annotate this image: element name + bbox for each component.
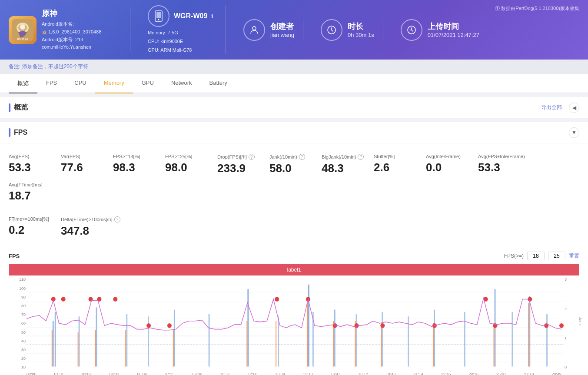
svg-rect-42 [546, 314, 548, 366]
duration-label: 时长 [348, 21, 374, 32]
svg-point-62 [146, 323, 151, 328]
svg-text:miHoYo: miHoYo [17, 37, 28, 40]
fps-chart-svg-wrapper [27, 275, 564, 371]
app-name: 原神 [42, 8, 101, 19]
svg-rect-48 [246, 321, 247, 367]
export-all-button[interactable]: 导出全部 [538, 102, 565, 113]
stat-ftime-100ms: FTime>=100ms[%] 0.2 [9, 213, 61, 241]
svg-rect-27 [174, 310, 175, 367]
upload-time-icon [401, 19, 422, 41]
duration-value: 0h 30m 1s [348, 32, 374, 38]
drop-fps-help-icon[interactable]: ? [249, 154, 255, 160]
svg-rect-50 [307, 303, 308, 367]
creator-section: 创建者 jian wang [235, 19, 303, 41]
device-name: WGR-W09 ℹ [174, 12, 213, 20]
svg-point-63 [167, 323, 172, 328]
fps-chart-svg [27, 275, 564, 371]
upload-time-label: 上传时间 [428, 21, 479, 32]
app-android-version-label: Android版本名: 🤖 1.6.0_2961400_3070488 Andr… [42, 20, 101, 51]
device-info-section: WGR-W09 ℹ Memory: 7.5G CPU: kirin9000E G… [139, 5, 226, 54]
svg-rect-24 [96, 308, 97, 367]
svg-rect-25 [126, 314, 127, 366]
device-icon [148, 5, 169, 27]
svg-rect-54 [433, 323, 434, 367]
tab-fps[interactable]: FPS [37, 74, 66, 93]
fps-stats-row1: Avg(FPS) 53.3 Var(FPS) 77.6 FPS>=18[%] 9… [0, 143, 588, 213]
tab-bar: 概览 FPS CPU Memory GPU Network Battery [0, 74, 588, 93]
stat-var-fps: Var(FPS) 77.6 [61, 150, 113, 179]
svg-point-3 [20, 24, 25, 30]
stat-drop-fps: Drop(FPS)[/h] ? 233.9 [217, 150, 269, 179]
fps-chart-title: FPS [9, 253, 20, 259]
svg-rect-39 [495, 289, 496, 367]
svg-rect-52 [355, 321, 356, 367]
overview-collapse-button[interactable]: ◀ [569, 103, 579, 113]
tab-battery[interactable]: Battery [201, 74, 236, 93]
fps-threshold-input-1[interactable] [527, 252, 545, 260]
svg-rect-6 [156, 12, 161, 18]
delta-ftime-help-icon[interactable]: ? [114, 216, 120, 222]
fps-chart-label-bar: label1 [9, 264, 579, 275]
creator-label: 创建者 [270, 21, 294, 32]
svg-rect-29 [247, 289, 249, 367]
svg-rect-47 [173, 330, 174, 367]
stat-avg-ftime: Avg(FTime)[ms] 18.7 [9, 179, 61, 206]
svg-point-61 [113, 297, 117, 302]
svg-rect-22 [55, 312, 56, 367]
creator-value: jian wang [270, 32, 294, 38]
stat-fps-gte-18: FPS>=18[%] 98.3 [113, 150, 165, 179]
fps-threshold-input-2[interactable] [548, 252, 565, 260]
svg-rect-33 [334, 310, 336, 367]
tab-cpu[interactable]: CPU [66, 74, 95, 93]
svg-rect-30 [278, 317, 279, 367]
svg-rect-51 [333, 321, 334, 367]
svg-rect-55 [494, 323, 495, 367]
svg-rect-40 [512, 312, 513, 367]
svg-rect-28 [209, 314, 210, 366]
fps-stats-row2: FTime>=100ms[%] 0.2 Delta(FTime)>100ms[/… [0, 213, 588, 248]
svg-rect-23 [79, 317, 80, 367]
fps-section: FPS ▼ Avg(FPS) 53.3 Var(FPS) 77.6 FPS>=1… [0, 122, 588, 375]
fps-section-header: FPS ▼ [0, 122, 588, 143]
duration-icon [321, 19, 342, 41]
svg-rect-56 [528, 303, 529, 367]
tab-gpu[interactable]: GPU [133, 74, 163, 93]
tab-network[interactable]: Network [163, 74, 201, 93]
svg-rect-49 [276, 321, 276, 367]
svg-point-8 [252, 27, 256, 30]
y-axis-left: 110 100 90 80 70 60 50 40 30 20 10 [9, 275, 27, 371]
jank-help-icon[interactable]: ? [299, 154, 305, 160]
app-info-section: miHoYo 原神 Android版本名: 🤖 1.6.0_2961400_30… [9, 8, 130, 51]
overview-title: 概览 [9, 103, 28, 112]
stat-fps-gte-25: FPS>=25[%] 98.0 [165, 150, 217, 179]
svg-rect-21 [53, 321, 54, 367]
overview-section: 概览 导出全部 ◀ [0, 97, 588, 119]
svg-rect-46 [125, 330, 126, 367]
fps-reset-button[interactable]: 重置 [569, 252, 579, 260]
stat-stutter: Stutter[%] 2.6 [374, 150, 426, 179]
device-specs: Memory: 7.5G CPU: kirin9000E GPU: ARM Ma… [148, 29, 217, 54]
svg-point-73 [544, 323, 548, 328]
overview-section-header: 概览 导出全部 ◀ [0, 97, 588, 119]
tab-memory[interactable]: Memory [95, 74, 133, 93]
stat-delta-ftime: Delta(FTime)>100ms[/h] ? 347.8 [61, 213, 127, 241]
svg-rect-53 [381, 323, 382, 367]
stat-avg-fps-interframe: Avg(FPS+InterFrame) 53.3 [478, 150, 532, 179]
y-axis-right: 3 2 1 0 Jank [564, 275, 579, 371]
svg-rect-35 [382, 312, 383, 367]
notes-add-link[interactable]: 添加备注，不超过200个字符 [22, 63, 88, 70]
tab-overview[interactable]: 概览 [9, 74, 37, 93]
stat-jank: Jank(/10min) ? 58.0 [269, 150, 322, 179]
svg-point-58 [61, 297, 66, 302]
main-content: 概览 导出全部 ◀ FPS ▼ Avg(FPS) 53.3 Var(FPS) [0, 97, 588, 375]
stat-avg-interframe: Avg(InterFrame) 0.0 [426, 150, 478, 179]
fps-collapse-button[interactable]: ▼ [569, 127, 579, 138]
svg-rect-43 [52, 330, 53, 367]
fps-chart-toolbar: FPS FPS(>=) 重置 [9, 248, 579, 264]
notes-bar: 备注: 添加备注，不超过200个字符 [0, 60, 588, 74]
svg-rect-37 [434, 310, 435, 367]
bigjank-help-icon[interactable]: ? [358, 154, 364, 160]
fps-chart-area: 110 100 90 80 70 60 50 40 30 20 10 [9, 275, 579, 371]
app-icon: miHoYo [9, 16, 37, 44]
svg-rect-31 [308, 285, 309, 367]
